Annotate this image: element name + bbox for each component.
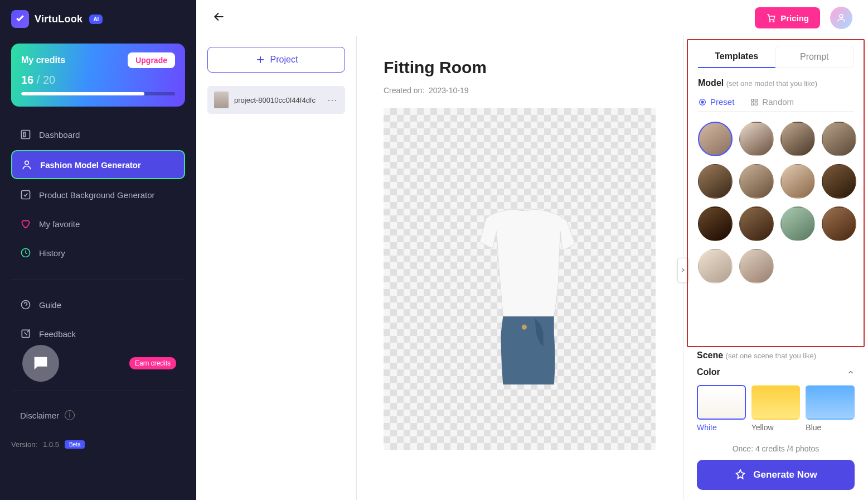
generate-button[interactable]: Generate Now — [697, 460, 855, 490]
nav-guide[interactable]: Guide — [11, 291, 185, 318]
add-project-button[interactable]: Project — [207, 47, 345, 73]
model-avatar-13[interactable] — [698, 249, 733, 283]
model-avatar-7[interactable] — [780, 164, 815, 199]
ai-badge: AI — [89, 15, 103, 24]
scene-section-header: Scene (set one scene that you like) — [697, 350, 855, 360]
model-avatar-2[interactable] — [739, 122, 774, 156]
svg-rect-15 — [751, 103, 754, 105]
nav-label: Fashion Model Generator — [40, 160, 141, 170]
project-item[interactable]: project-80010cc0f44f4dfc ⋯ — [207, 86, 345, 114]
svg-point-12 — [701, 101, 704, 103]
garment-image — [450, 206, 607, 384]
svg-rect-14 — [755, 99, 758, 101]
color-yellow[interactable]: Yellow — [751, 385, 801, 432]
color-blue[interactable]: Blue — [806, 385, 855, 432]
nav-label: Guide — [39, 300, 61, 310]
model-avatar-5[interactable] — [698, 164, 733, 199]
tab-prompt[interactable]: Prompt — [775, 46, 854, 68]
topbar: Pricing — [196, 0, 868, 36]
nav-label: Disclaimer — [20, 411, 59, 420]
divider — [11, 391, 185, 391]
nav-share[interactable]: re Earn credits — [11, 349, 185, 377]
svg-point-7 — [769, 21, 770, 22]
color-section-header[interactable]: Color — [697, 367, 855, 377]
svg-point-8 — [773, 21, 774, 22]
color-swatch — [806, 385, 855, 420]
beta-badge: Beta — [65, 440, 85, 449]
svg-point-5 — [22, 301, 30, 309]
color-swatch — [751, 385, 801, 420]
logo-text: VirtuLook — [35, 13, 83, 25]
nav-product-background-generator[interactable]: Product Background Generator — [11, 181, 185, 208]
svg-rect-1 — [23, 132, 25, 137]
credits-cost: Once: 4 credits /4 photos — [697, 444, 855, 453]
earn-credits-badge[interactable]: Earn credits — [129, 357, 176, 369]
chevron-up-icon — [847, 368, 855, 376]
model-avatar-3[interactable] — [780, 122, 815, 156]
svg-point-10 — [522, 325, 527, 330]
right-panel: Templates Prompt Model (set one model th… — [683, 36, 868, 500]
credits-count: 16 / 20 — [21, 74, 175, 86]
model-avatar-12[interactable] — [822, 206, 856, 241]
panel-tabs: Templates Prompt — [698, 46, 854, 68]
canvas-column: Fitting Room Created on: 2023-10-19 — [357, 36, 683, 500]
mode-random[interactable]: Random — [750, 97, 794, 107]
model-avatar-14[interactable] — [739, 249, 774, 283]
svg-point-2 — [25, 161, 29, 165]
svg-rect-13 — [751, 99, 754, 101]
nav-feedback[interactable]: Feedback — [11, 320, 185, 347]
color-grid: White Yellow Blue — [697, 385, 855, 436]
color-white[interactable]: White — [697, 385, 746, 432]
logo: VirtuLook AI — [11, 10, 185, 28]
nav-disclaimer[interactable]: Disclaimer i — [11, 402, 185, 428]
model-avatar-10[interactable] — [739, 206, 774, 241]
model-avatar-6[interactable] — [739, 164, 774, 199]
tab-templates[interactable]: Templates — [698, 46, 775, 68]
project-column: Project project-80010cc0f44f4dfc ⋯ — [196, 36, 357, 500]
upgrade-button[interactable]: Upgrade — [128, 52, 175, 68]
model-section-header: Model (set one model that you like) — [698, 78, 854, 88]
nav-label: Product Background Generator — [39, 190, 155, 200]
canvas-area[interactable] — [384, 108, 656, 450]
model-avatar-4[interactable] — [822, 122, 856, 156]
model-grid — [698, 122, 854, 283]
nav-label: Feedback — [39, 329, 76, 339]
nav-fashion-model-generator[interactable]: Fashion Model Generator — [11, 150, 185, 179]
svg-rect-16 — [755, 103, 758, 105]
divider — [11, 280, 185, 280]
mode-preset[interactable]: Preset — [698, 97, 734, 107]
credits-card: My credits Upgrade 16 / 20 — [11, 44, 185, 107]
created-on: Created on: 2023-10-19 — [384, 86, 656, 95]
version: Version: 1.0.5 Beta — [11, 440, 185, 449]
pricing-button[interactable]: Pricing — [755, 7, 820, 28]
credits-label: My credits — [21, 55, 65, 65]
nav-dashboard[interactable]: Dashboard — [11, 121, 185, 148]
user-avatar[interactable] — [830, 7, 852, 29]
nav-my-favorite[interactable]: My favorite — [11, 210, 185, 237]
svg-point-9 — [840, 15, 843, 18]
nav-label: History — [39, 248, 65, 258]
info-icon: i — [65, 410, 75, 420]
credits-progress — [21, 92, 175, 95]
model-avatar-11[interactable] — [780, 206, 815, 241]
project-name: project-80010cc0f44f4dfc — [234, 96, 322, 104]
model-avatar-1[interactable] — [698, 122, 733, 156]
color-swatch — [697, 385, 746, 420]
chat-bubble-icon[interactable] — [22, 345, 59, 382]
svg-rect-3 — [22, 191, 30, 199]
nav-history[interactable]: History — [11, 239, 185, 266]
project-more-icon[interactable]: ⋯ — [327, 94, 338, 106]
model-avatar-9[interactable] — [698, 206, 733, 241]
page-title: Fitting Room — [384, 58, 656, 77]
nav-label: Dashboard — [39, 130, 80, 140]
model-avatar-8[interactable] — [822, 164, 856, 199]
project-thumbnail — [214, 92, 229, 108]
back-button[interactable] — [212, 9, 226, 26]
logo-icon — [11, 10, 29, 28]
sidebar: VirtuLook AI My credits Upgrade 16 / 20 … — [0, 0, 196, 500]
nav-label: My favorite — [39, 219, 80, 229]
